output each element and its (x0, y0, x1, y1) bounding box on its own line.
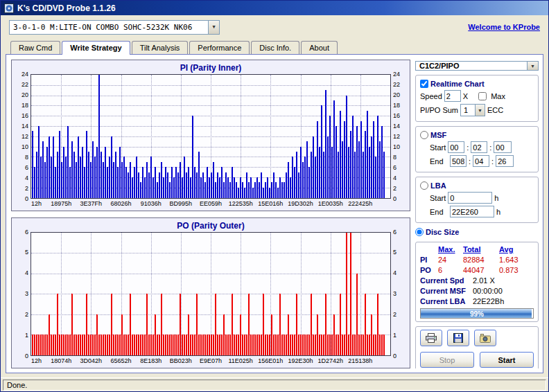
realtime-chart-row: Realtime Chart (420, 80, 534, 88)
po-x-axis: 12h18074h3D042h65652h8E183hBB023hE9E07h1… (31, 357, 390, 366)
pi-plot-area (31, 74, 391, 199)
tab-tilt-analysis[interactable]: Tilt Analysis (132, 41, 189, 54)
msf-end-sec[interactable] (473, 155, 489, 167)
mode-combo-value: C1C2/PIPO (416, 62, 462, 70)
lba-start-unit: h (494, 194, 498, 202)
tab-page: PI (Parity Inner) 242220181614121086420 … (6, 54, 543, 373)
current-msf-label: Current MSF (420, 287, 473, 295)
toolbar: 3-0-1-0 M:LITE-ON COMBO SOHC-5232K NK06 … (1, 15, 548, 39)
speed-label: Speed (420, 92, 442, 100)
chevron-down-icon[interactable]: ▼ (208, 21, 219, 34)
pipo-sum-label: PI/PO Sum (420, 106, 458, 114)
msf-end-min[interactable] (450, 155, 467, 167)
pipo-sum-value: 1 (461, 106, 471, 114)
save-icon (453, 333, 463, 343)
status-bar: Done. (1, 377, 548, 391)
start-button[interactable]: Start (480, 352, 534, 368)
max-checkbox[interactable] (478, 92, 487, 100)
stop-button[interactable]: Stop (420, 352, 474, 368)
lba-end-input[interactable] (450, 206, 494, 217)
tab-raw-cmd[interactable]: Raw Cmd (10, 41, 60, 54)
stats-pi-max: 24 (438, 256, 463, 264)
msf-start-min[interactable] (448, 141, 464, 153)
run-buttons-row: Stop Start (420, 352, 534, 368)
stats-group: Max. Total Avg PI 24 82884 1.643 PO 6 44… (415, 242, 539, 322)
snapshot-button[interactable] (474, 330, 496, 346)
stats-table: Max. Total Avg PI 24 82884 1.643 PO 6 44… (420, 245, 534, 274)
current-speed-row: Current Spd 2.01 X (420, 276, 534, 285)
lba-start-input[interactable] (448, 192, 492, 204)
msf-radio-row: MSF (420, 131, 534, 139)
msf-label: MSF (430, 131, 446, 139)
realtime-chart-checkbox[interactable] (420, 80, 428, 88)
ecc-label: ECC (487, 106, 503, 114)
pi-x-axis: 12h18975h3E37Fh68026h91036hBD995hEE059h1… (31, 200, 390, 209)
drive-combo-value: 3-0-1-0 M:LITE-ON COMBO SOHC-5232K NK06 (10, 23, 195, 32)
realtime-chart-label: Realtime Chart (430, 80, 485, 88)
current-lba-value: 22E22Bh (473, 297, 534, 305)
app-icon (4, 3, 14, 13)
title-bar[interactable]: K's CD/DVD Probe 1.1.26 (1, 1, 548, 15)
lba-end-label: End (430, 208, 448, 216)
chart-options-group: Realtime Chart Speed X Max PI/PO Sum 1 ▼… (415, 75, 539, 122)
lba-group: LBA Start h End h (415, 177, 539, 223)
msf-start-label: Start (430, 143, 446, 152)
stats-po-avg: 0.873 (499, 266, 534, 274)
po-y-axis-right: 6543210 (391, 232, 408, 357)
current-speed-label: Current Spd (420, 276, 473, 285)
msf-separator: : (491, 157, 494, 166)
stats-po-max: 6 (438, 266, 463, 274)
print-button[interactable] (420, 330, 442, 346)
msf-radio[interactable] (420, 131, 428, 139)
pi-y-axis-left: 242220181614121086420 (14, 74, 31, 199)
stats-pi-label: PI (420, 256, 438, 264)
lba-radio[interactable] (420, 181, 428, 190)
tab-performance[interactable]: Performance (189, 41, 250, 54)
chevron-down-icon[interactable]: ▼ (475, 105, 485, 116)
control-panel: C1C2/PIPO ▼ Realtime Chart Speed X Max P… (415, 60, 539, 368)
msf-end-label: End (430, 157, 448, 166)
msf-group: MSF Start : : End : : (415, 126, 539, 172)
tab-disc-info[interactable]: Disc Info. (251, 41, 299, 54)
pipo-sum-row: PI/PO Sum 1 ▼ ECC (420, 104, 534, 116)
max-label: Max (491, 92, 505, 100)
welcome-link[interactable]: Welcome to KProbe (468, 23, 540, 31)
pipo-sum-combo[interactable]: 1 ▼ (460, 104, 485, 116)
stats-header-total: Total (463, 245, 499, 253)
po-y-axis-left: 6543210 (14, 232, 31, 357)
app-window: K's CD/DVD Probe 1.1.26 3-0-1-0 M:LITE-O… (0, 0, 549, 392)
pi-y-axis-right: 242220181614121086420 (391, 74, 408, 199)
status-text: Done. (3, 380, 546, 391)
window-title: K's CD/DVD Probe 1.1.26 (17, 3, 116, 13)
progress-bar: 99% (420, 308, 534, 319)
speed-unit-label: X (463, 92, 468, 100)
speed-input[interactable] (444, 90, 461, 102)
tab-about[interactable]: About (301, 41, 338, 54)
lba-label: LBA (430, 181, 446, 190)
msf-separator: : (469, 157, 471, 166)
current-lba-label: Current LBA (420, 297, 473, 305)
save-button[interactable] (447, 330, 469, 346)
msf-start-sec[interactable] (471, 141, 487, 153)
drive-combo[interactable]: 3-0-1-0 M:LITE-ON COMBO SOHC-5232K NK06 … (9, 20, 220, 35)
current-msf-value: 00:00:00 (473, 287, 534, 295)
msf-end-frame[interactable] (496, 155, 514, 167)
disc-size-radio[interactable] (415, 228, 424, 236)
po-plot-area (31, 232, 391, 357)
speed-row: Speed X Max (420, 90, 534, 102)
mode-combo[interactable]: C1C2/PIPO ▼ (415, 61, 539, 71)
lba-end-unit: h (496, 208, 500, 216)
chevron-down-icon[interactable]: ▼ (527, 62, 538, 70)
charts-column: PI (Parity Inner) 242220181614121086420 … (11, 60, 410, 368)
lba-start-label: Start (430, 194, 446, 202)
msf-start-frame[interactable] (494, 141, 512, 153)
msf-start-row: Start : : (430, 141, 534, 153)
camera-icon (480, 334, 491, 343)
msf-separator: : (467, 143, 469, 152)
stats-pi-avg: 1.643 (499, 256, 534, 264)
tab-write-strategy[interactable]: Write Strategy (62, 41, 130, 55)
icon-buttons-row (420, 330, 534, 346)
po-chart: PO (Parity Outer) 6543210 6543210 12h180… (11, 217, 410, 369)
lba-start-row: Start h (430, 192, 534, 204)
stats-header-max: Max. (438, 245, 463, 253)
